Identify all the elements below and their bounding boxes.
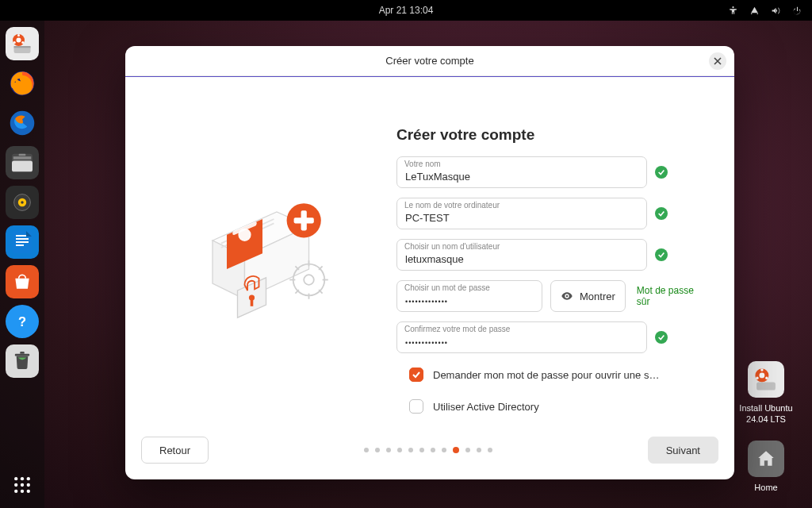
svg-point-37 xyxy=(760,373,765,379)
running-indicator-icon xyxy=(7,42,10,45)
step-dot xyxy=(386,448,391,452)
desktop-icon-label: Home xyxy=(734,482,798,493)
step-dot xyxy=(431,448,435,452)
close-button[interactable] xyxy=(709,52,726,70)
username-label: Choisir un nom d'utilisateur xyxy=(404,242,500,251)
firefox-icon xyxy=(8,69,36,98)
software-center-icon xyxy=(12,271,33,292)
next-button[interactable]: Suivant xyxy=(648,437,718,464)
status-area[interactable] xyxy=(728,6,802,16)
step-dot xyxy=(364,448,369,452)
desktop-icon-installer[interactable]: Install Ubuntu24.04 LTS xyxy=(734,361,798,425)
svg-point-39 xyxy=(756,377,758,379)
checkbox-label: Demander mon mot de passe pour ouvrir un… xyxy=(433,369,659,381)
step-dot xyxy=(408,448,413,452)
close-icon xyxy=(714,57,722,65)
svg-point-29 xyxy=(27,477,30,480)
speaker-icon xyxy=(12,192,33,213)
confirm-label: Confirmez votre mot de passe xyxy=(404,325,510,333)
volume-icon xyxy=(771,6,781,16)
svg-point-40 xyxy=(765,377,768,379)
svg-rect-14 xyxy=(12,160,33,171)
svg-point-49 xyxy=(304,275,314,285)
svg-point-28 xyxy=(21,477,24,480)
eye-icon xyxy=(561,290,573,302)
svg-point-34 xyxy=(21,490,24,493)
svg-point-1 xyxy=(751,13,753,14)
check-icon xyxy=(655,248,668,261)
svg-point-18 xyxy=(21,201,23,203)
svg-rect-59 xyxy=(251,298,254,306)
desktop-icon-home[interactable]: Home xyxy=(734,441,798,493)
home-icon xyxy=(756,448,776,469)
svg-point-2 xyxy=(756,13,758,14)
pcname-label: Le nom de votre ordinateur xyxy=(404,201,500,210)
dock-installer[interactable] xyxy=(6,27,39,60)
name-label: Votre nom xyxy=(404,160,441,168)
svg-rect-41 xyxy=(756,382,776,390)
checkbox-icon xyxy=(409,368,423,382)
check-icon xyxy=(655,331,668,344)
svg-point-30 xyxy=(14,483,17,487)
active-directory-checkbox[interactable]: Utiliser Active Directory xyxy=(409,399,709,414)
step-dots xyxy=(364,447,492,453)
dock-files[interactable] xyxy=(6,146,39,179)
show-password-button[interactable]: Montrer xyxy=(550,280,626,312)
step-dot xyxy=(375,448,380,452)
svg-rect-26 xyxy=(20,352,25,354)
checkbox-label: Utiliser Active Directory xyxy=(433,401,539,413)
step-dot xyxy=(488,448,492,452)
apps-grid-icon xyxy=(12,475,33,495)
password-label: Choisir un mot de passe xyxy=(404,283,490,292)
password-strength-label: Mot de passe sûr xyxy=(637,285,709,307)
svg-point-27 xyxy=(14,477,17,480)
back-button[interactable]: Retour xyxy=(141,437,209,464)
svg-text:?: ? xyxy=(18,314,26,329)
page-heading: Créer votre compte xyxy=(396,126,709,144)
checkbox-icon xyxy=(409,399,423,414)
installer-window: Créer votre compte xyxy=(125,46,734,479)
dock-firefox[interactable] xyxy=(6,67,39,100)
network-icon xyxy=(749,6,760,16)
power-icon xyxy=(792,6,802,16)
svg-point-31 xyxy=(21,483,24,487)
svg-rect-9 xyxy=(14,46,31,48)
svg-rect-25 xyxy=(15,354,29,356)
step-dot xyxy=(442,448,446,452)
writer-icon xyxy=(13,231,32,253)
dock-thunderbird[interactable] xyxy=(6,106,39,140)
svg-point-0 xyxy=(732,6,733,8)
top-bar: Apr 21 13:04 xyxy=(0,0,812,21)
dock-show-apps[interactable] xyxy=(6,468,39,502)
svg-rect-23 xyxy=(16,244,24,246)
dock-software[interactable] xyxy=(6,265,39,298)
footer: Retour Suivant xyxy=(125,427,734,479)
titlebar: Créer votre compte xyxy=(125,46,734,76)
svg-rect-13 xyxy=(13,156,32,159)
step-dot xyxy=(465,448,470,452)
svg-rect-22 xyxy=(16,241,29,243)
step-dot xyxy=(453,447,459,453)
step-dot xyxy=(477,448,481,452)
thunderbird-icon xyxy=(8,109,36,137)
help-icon: ? xyxy=(13,313,31,330)
require-password-checkbox[interactable]: Demander mon mot de passe pour ouvrir un… xyxy=(409,368,709,382)
install-ubuntu-icon xyxy=(753,366,779,393)
dock: ? xyxy=(0,21,44,508)
illustration-panel xyxy=(151,96,389,427)
dock-trash[interactable] xyxy=(6,344,39,378)
trash-icon xyxy=(13,352,31,371)
svg-point-4 xyxy=(17,38,21,43)
svg-rect-15 xyxy=(19,154,26,156)
desktop-icon-label: Install Ubuntu24.04 LTS xyxy=(734,402,798,425)
step-dot xyxy=(397,448,402,452)
dock-libreoffice-writer[interactable] xyxy=(6,225,39,259)
window-title: Créer votre compte xyxy=(385,55,473,67)
dock-help[interactable]: ? xyxy=(6,305,39,338)
clock: Apr 21 13:04 xyxy=(379,5,434,16)
svg-point-6 xyxy=(13,41,16,44)
files-icon xyxy=(12,153,33,172)
svg-point-5 xyxy=(17,34,20,37)
dock-rhythmbox[interactable] xyxy=(6,186,39,219)
svg-point-35 xyxy=(27,490,30,493)
